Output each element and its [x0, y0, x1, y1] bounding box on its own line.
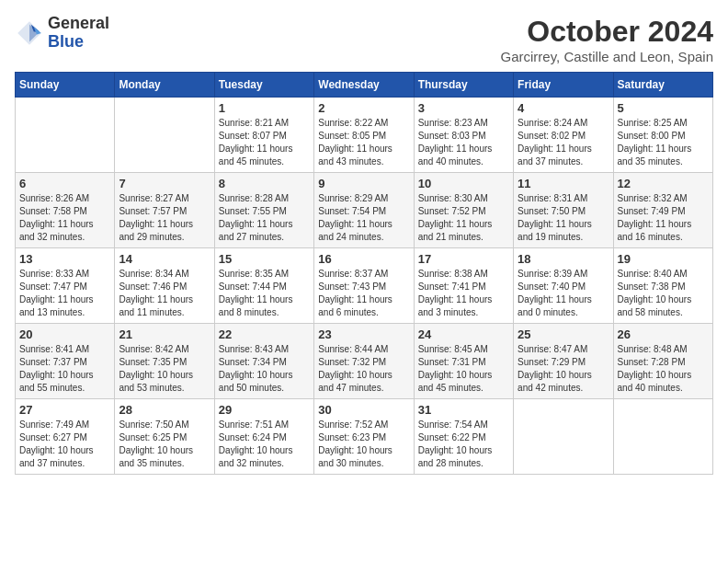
calendar-cell: 13Sunrise: 8:33 AM Sunset: 7:47 PM Dayli… — [16, 248, 115, 324]
calendar-cell: 30Sunrise: 7:52 AM Sunset: 6:23 PM Dayli… — [314, 399, 414, 475]
day-info: Sunrise: 8:31 AM Sunset: 7:50 PM Dayligh… — [518, 192, 609, 244]
calendar-cell: 1Sunrise: 8:21 AM Sunset: 8:07 PM Daylig… — [214, 98, 313, 173]
day-info: Sunrise: 8:44 AM Sunset: 7:32 PM Dayligh… — [318, 343, 409, 395]
day-info: Sunrise: 8:32 AM Sunset: 7:49 PM Dayligh… — [618, 192, 709, 244]
calendar-cell: 5Sunrise: 8:25 AM Sunset: 8:00 PM Daylig… — [613, 98, 712, 173]
calendar-cell: 10Sunrise: 8:30 AM Sunset: 7:52 PM Dayli… — [414, 173, 513, 248]
day-info: Sunrise: 8:28 AM Sunset: 7:55 PM Dayligh… — [219, 192, 310, 244]
day-info: Sunrise: 8:40 AM Sunset: 7:38 PM Dayligh… — [618, 268, 709, 319]
day-number: 18 — [518, 252, 609, 266]
calendar-cell: 2Sunrise: 8:22 AM Sunset: 8:05 PM Daylig… — [314, 98, 414, 173]
calendar-week: 13Sunrise: 8:33 AM Sunset: 7:47 PM Dayli… — [16, 248, 713, 324]
day-number: 5 — [618, 101, 709, 115]
day-number: 28 — [119, 403, 210, 417]
day-info: Sunrise: 8:24 AM Sunset: 8:02 PM Dayligh… — [518, 117, 609, 168]
day-info: Sunrise: 7:54 AM Sunset: 6:22 PM Dayligh… — [418, 419, 509, 470]
day-number: 9 — [318, 177, 409, 190]
day-number: 29 — [219, 403, 310, 417]
calendar-week: 1Sunrise: 8:21 AM Sunset: 8:07 PM Daylig… — [16, 98, 713, 173]
day-info: Sunrise: 8:35 AM Sunset: 7:44 PM Dayligh… — [219, 268, 310, 319]
day-number: 1 — [219, 101, 310, 115]
day-info: Sunrise: 8:45 AM Sunset: 7:31 PM Dayligh… — [418, 343, 509, 395]
calendar-cell: 26Sunrise: 8:48 AM Sunset: 7:28 PM Dayli… — [613, 324, 712, 399]
day-number: 24 — [418, 327, 509, 341]
day-info: Sunrise: 8:38 AM Sunset: 7:41 PM Dayligh… — [418, 268, 509, 319]
logo-icon — [15, 18, 44, 48]
day-info: Sunrise: 8:41 AM Sunset: 7:37 PM Dayligh… — [19, 343, 110, 395]
calendar-cell: 9Sunrise: 8:29 AM Sunset: 7:54 PM Daylig… — [314, 173, 414, 248]
day-info: Sunrise: 7:52 AM Sunset: 6:23 PM Dayligh… — [318, 419, 409, 470]
day-number: 7 — [119, 177, 210, 190]
day-number: 27 — [19, 403, 110, 417]
day-info: Sunrise: 8:26 AM Sunset: 7:58 PM Dayligh… — [19, 192, 110, 244]
calendar-cell — [16, 98, 115, 173]
calendar-cell: 6Sunrise: 8:26 AM Sunset: 7:58 PM Daylig… — [16, 173, 115, 248]
calendar-cell: 16Sunrise: 8:37 AM Sunset: 7:43 PM Dayli… — [314, 248, 414, 324]
calendar-cell: 3Sunrise: 8:23 AM Sunset: 8:03 PM Daylig… — [414, 98, 513, 173]
day-number: 31 — [418, 403, 509, 417]
day-info: Sunrise: 7:49 AM Sunset: 6:27 PM Dayligh… — [19, 419, 110, 470]
day-info: Sunrise: 8:27 AM Sunset: 7:57 PM Dayligh… — [119, 192, 210, 244]
calendar-cell: 24Sunrise: 8:45 AM Sunset: 7:31 PM Dayli… — [414, 324, 513, 399]
calendar-cell: 22Sunrise: 8:43 AM Sunset: 7:34 PM Dayli… — [214, 324, 313, 399]
day-number: 14 — [119, 252, 210, 266]
day-number: 3 — [418, 101, 509, 115]
weekday-header: Wednesday — [314, 73, 414, 98]
calendar-cell: 18Sunrise: 8:39 AM Sunset: 7:40 PM Dayli… — [514, 248, 613, 324]
day-number: 17 — [418, 252, 509, 266]
weekday-header: Monday — [115, 73, 214, 98]
calendar-cell: 21Sunrise: 8:42 AM Sunset: 7:35 PM Dayli… — [115, 324, 214, 399]
calendar-cell: 31Sunrise: 7:54 AM Sunset: 6:22 PM Dayli… — [414, 399, 513, 475]
weekday-header: Saturday — [613, 73, 712, 98]
calendar-week: 20Sunrise: 8:41 AM Sunset: 7:37 PM Dayli… — [16, 324, 713, 399]
weekday-header: Thursday — [414, 73, 513, 98]
calendar-cell: 20Sunrise: 8:41 AM Sunset: 7:37 PM Dayli… — [16, 324, 115, 399]
day-number: 13 — [19, 252, 110, 266]
day-info: Sunrise: 8:23 AM Sunset: 8:03 PM Dayligh… — [418, 117, 509, 168]
calendar-cell: 19Sunrise: 8:40 AM Sunset: 7:38 PM Dayli… — [613, 248, 712, 324]
calendar-cell: 27Sunrise: 7:49 AM Sunset: 6:27 PM Dayli… — [16, 399, 115, 475]
weekday-header: Tuesday — [214, 73, 313, 98]
weekday-header: Friday — [514, 73, 613, 98]
calendar-cell: 28Sunrise: 7:50 AM Sunset: 6:25 PM Dayli… — [115, 399, 214, 475]
page-header: General Blue October 2024 Garcirrey, Cas… — [15, 15, 713, 64]
day-info: Sunrise: 8:25 AM Sunset: 8:00 PM Dayligh… — [618, 117, 709, 168]
calendar-week: 27Sunrise: 7:49 AM Sunset: 6:27 PM Dayli… — [16, 399, 713, 475]
calendar-table: SundayMondayTuesdayWednesdayThursdayFrid… — [15, 72, 713, 475]
calendar-cell: 7Sunrise: 8:27 AM Sunset: 7:57 PM Daylig… — [115, 173, 214, 248]
calendar-cell: 29Sunrise: 7:51 AM Sunset: 6:24 PM Dayli… — [214, 399, 313, 475]
day-number: 30 — [318, 403, 409, 417]
day-info: Sunrise: 8:43 AM Sunset: 7:34 PM Dayligh… — [219, 343, 310, 395]
calendar-cell: 15Sunrise: 8:35 AM Sunset: 7:44 PM Dayli… — [214, 248, 313, 324]
day-number: 10 — [418, 177, 509, 190]
day-number: 15 — [219, 252, 310, 266]
day-number: 16 — [318, 252, 409, 266]
calendar-cell: 12Sunrise: 8:32 AM Sunset: 7:49 PM Dayli… — [613, 173, 712, 248]
title-block: October 2024 Garcirrey, Castille and Leo… — [500, 15, 713, 64]
day-number: 11 — [518, 177, 609, 190]
day-info: Sunrise: 8:21 AM Sunset: 8:07 PM Dayligh… — [219, 117, 310, 168]
day-number: 4 — [518, 101, 609, 115]
day-info: Sunrise: 8:34 AM Sunset: 7:46 PM Dayligh… — [119, 268, 210, 319]
day-number: 2 — [318, 101, 409, 115]
day-number: 19 — [618, 252, 709, 266]
day-info: Sunrise: 8:42 AM Sunset: 7:35 PM Dayligh… — [119, 343, 210, 395]
calendar-cell: 8Sunrise: 8:28 AM Sunset: 7:55 PM Daylig… — [214, 173, 313, 248]
calendar-cell — [115, 98, 214, 173]
day-number: 12 — [618, 177, 709, 190]
calendar-cell: 11Sunrise: 8:31 AM Sunset: 7:50 PM Dayli… — [514, 173, 613, 248]
day-info: Sunrise: 8:39 AM Sunset: 7:40 PM Dayligh… — [518, 268, 609, 319]
calendar-cell: 4Sunrise: 8:24 AM Sunset: 8:02 PM Daylig… — [514, 98, 613, 173]
day-info: Sunrise: 7:50 AM Sunset: 6:25 PM Dayligh… — [119, 419, 210, 470]
day-info: Sunrise: 7:51 AM Sunset: 6:24 PM Dayligh… — [219, 419, 310, 470]
day-number: 22 — [219, 327, 310, 341]
day-number: 6 — [19, 177, 110, 190]
subtitle: Garcirrey, Castille and Leon, Spain — [500, 49, 713, 64]
day-number: 8 — [219, 177, 310, 190]
day-number: 25 — [518, 327, 609, 341]
day-number: 21 — [119, 327, 210, 341]
day-info: Sunrise: 8:48 AM Sunset: 7:28 PM Dayligh… — [618, 343, 709, 395]
calendar-cell — [514, 399, 613, 475]
logo-text: General Blue — [48, 15, 109, 52]
day-info: Sunrise: 8:47 AM Sunset: 7:29 PM Dayligh… — [518, 343, 609, 395]
